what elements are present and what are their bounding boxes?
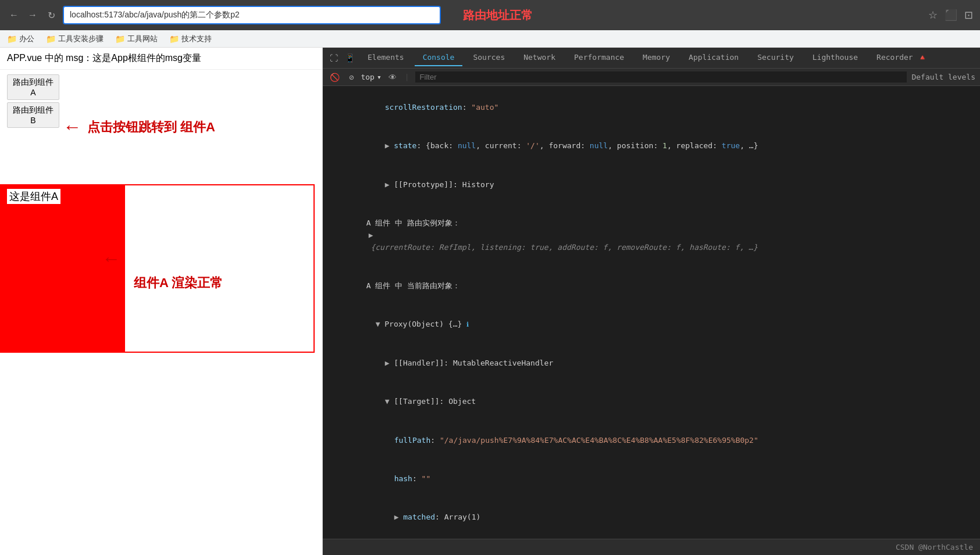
bookmark-tools-install[interactable]: 📁 工具安装步骤: [46, 34, 104, 44]
bookmark-tools-site[interactable]: 📁 工具网站: [115, 34, 158, 44]
back-button[interactable]: ←: [7, 8, 21, 22]
route-status-label: 路由地址正常: [463, 8, 533, 23]
log-fullpath: fullPath: "/a/java/push%E7%9A%84%E7%AC%A…: [323, 421, 980, 460]
folder-icon: 📁: [7, 34, 17, 44]
bookmark-label: 工具安装步骤: [58, 34, 104, 44]
browser-icons: ☆ ⬛ ⊡: [928, 9, 973, 22]
annotation-text: 点击按钮跳转到 组件A: [87, 119, 215, 136]
app-msg: APP.vue 中的 msg：这是App根组件的msg变量: [0, 48, 322, 70]
filter-input[interactable]: [415, 71, 907, 83]
route-to-a-button[interactable]: 路由到组件A: [7, 74, 59, 100]
log-target: ▼ [[Target]]: Object: [323, 382, 980, 421]
eye-icon[interactable]: 👁: [386, 70, 399, 84]
tab-recorder[interactable]: Recorder 🔺: [868, 49, 935, 66]
log-proxy-obj: ▼ Proxy(Object) {…} ℹ: [323, 306, 980, 344]
folder-icon: 📁: [169, 34, 179, 44]
tab-sources[interactable]: Sources: [465, 49, 513, 66]
forward-button[interactable]: →: [26, 8, 40, 22]
clear-icon[interactable]: 🚫: [327, 70, 342, 84]
top-selector[interactable]: top ▾: [361, 73, 381, 81]
annotation-group: ← 点击按钮跳转到 组件A: [63, 116, 215, 138]
address-bar[interactable]: localhost:5173/abc/a/java/push的第二个参数p2: [63, 6, 441, 24]
vue-app-panel: APP.vue 中的 msg：这是App根组件的msg变量 路由到组件A 路由到…: [0, 48, 323, 555]
log-handler: ▶ [[Handler]]: MutableReactiveHandler: [323, 344, 980, 382]
bookmark-label: 技术支持: [181, 34, 212, 44]
devtools-toolbar: 🚫 ⊘ top ▾ 👁 | Default levels: [323, 69, 980, 86]
browser-chrome: ← → ↻ localhost:5173/abc/a/java/push的第二个…: [0, 0, 980, 30]
tab-application[interactable]: Application: [680, 49, 747, 66]
devtools-tabs: ⛶ 📱 Elements Console Sources Network Per…: [323, 48, 980, 69]
extensions-icon[interactable]: ⬛: [945, 9, 957, 22]
chevron-down-icon: ▾: [377, 73, 382, 81]
star-icon[interactable]: ☆: [928, 9, 938, 22]
tab-memory[interactable]: Memory: [635, 49, 678, 66]
bookmark-label: 工具网站: [127, 34, 158, 44]
component-arrow-group: ←: [102, 248, 120, 270]
tab-lighthouse[interactable]: Lighthouse: [804, 49, 866, 66]
console-content[interactable]: scrollRestoration: "auto" ▶ state: {back…: [323, 86, 980, 539]
folder-icon: 📁: [115, 34, 125, 44]
component-a-title: 这是组件A: [7, 189, 60, 204]
log-prototype-history: ▶ [[Prototype]]: History: [323, 166, 980, 204]
device-icon[interactable]: 📱: [343, 51, 357, 65]
top-label: top: [361, 73, 374, 81]
devtools-panel: ⛶ 📱 Elements Console Sources Network Per…: [323, 48, 980, 555]
tab-network[interactable]: Network: [515, 49, 564, 66]
tab-security[interactable]: Security: [749, 49, 802, 66]
log-scroll-restoration: scrollRestoration: "auto": [323, 88, 980, 127]
url-text: localhost:5173/abc/a/java/push的第二个参数p2: [70, 10, 240, 20]
log-state: ▶ state: {back: null, current: '/', forw…: [323, 127, 980, 165]
component-left-arrow-icon: ←: [102, 248, 120, 269]
reload-button[interactable]: ↻: [44, 8, 58, 22]
component-a-render: 组件A 渲染正常: [134, 274, 223, 292]
tab-performance[interactable]: Performance: [566, 49, 632, 66]
left-arrow-icon: ←: [63, 116, 81, 138]
bookmarks-bar: 📁 办公 📁 工具安装步骤 📁 工具网站 📁 技术支持: [0, 30, 980, 48]
log-matched: ▶ matched: Array(1): [323, 499, 980, 537]
folder-icon: 📁: [46, 34, 56, 44]
log-a-current-label: A 组件 中 当前路由对象：: [323, 267, 980, 305]
log-hash: hash: "": [323, 460, 980, 498]
main-area: APP.vue 中的 msg：这是App根组件的msg变量 路由到组件A 路由到…: [0, 48, 980, 555]
menu-icon[interactable]: ⊡: [964, 9, 973, 22]
default-levels-button[interactable]: Default levels: [911, 73, 975, 81]
inspect-icon[interactable]: ⛶: [327, 51, 340, 65]
log-a-router-label: A 组件 中 路由实例对象： ▶ {currentRoute: RefImpl,…: [323, 204, 980, 267]
tab-elements[interactable]: Elements: [359, 49, 412, 66]
block-icon[interactable]: ⊘: [347, 70, 356, 84]
bookmark-office[interactable]: 📁 办公: [7, 34, 34, 44]
route-to-b-button[interactable]: 路由到组件B: [7, 102, 59, 128]
footer-text: CSDN @NorthCastle: [896, 543, 973, 552]
component-a-render-text: 组件A 渲染正常: [134, 275, 223, 290]
devtools-footer: CSDN @NorthCastle: [323, 539, 980, 555]
tab-console[interactable]: Console: [415, 49, 463, 66]
bookmark-label: 办公: [19, 34, 34, 44]
bookmark-support[interactable]: 📁 技术支持: [169, 34, 212, 44]
